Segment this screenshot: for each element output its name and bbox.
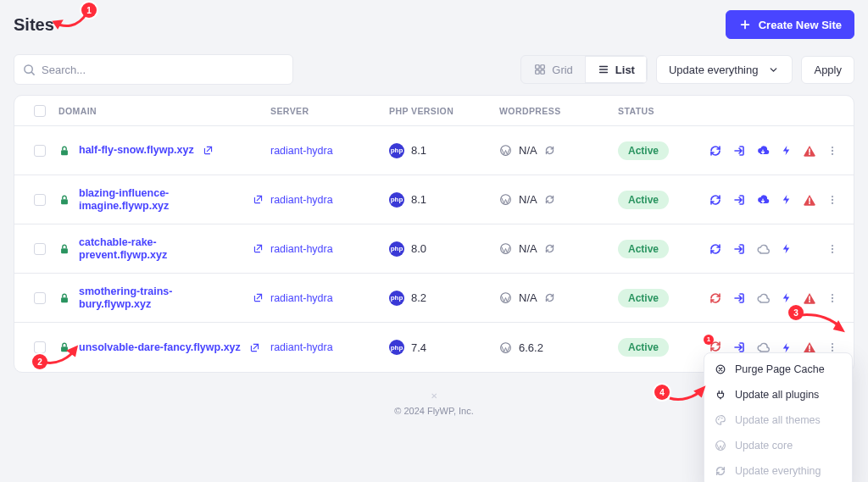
row-menu-button[interactable] — [826, 144, 838, 158]
php-badge-icon: php — [389, 143, 404, 158]
sync-icon[interactable] — [709, 193, 722, 207]
refresh-icon[interactable] — [544, 243, 555, 254]
server-link[interactable]: radiant-hydra — [270, 194, 333, 206]
lock-icon — [58, 243, 70, 255]
menu-item[interactable]: Purge Page Cache — [704, 357, 852, 382]
menu-item[interactable]: Update core — [704, 433, 852, 458]
php-version: 8.1 — [411, 144, 426, 157]
bolt-icon[interactable] — [780, 144, 793, 158]
update-scope-dropdown[interactable]: Update everything — [656, 55, 793, 84]
server-link[interactable]: radiant-hydra — [270, 243, 333, 255]
domain-link[interactable]: catchable-rake-prevent.flywp.xyz — [79, 236, 244, 261]
grid-icon — [533, 63, 547, 76]
apply-button[interactable]: Apply — [801, 56, 854, 84]
view-list-button[interactable]: List — [585, 56, 647, 83]
apply-label: Apply — [814, 64, 842, 76]
cache-cloud-icon[interactable] — [756, 291, 770, 305]
php-badge-icon: php — [389, 241, 404, 257]
wordpress-version: N/A — [519, 242, 537, 255]
cache-cloud-icon[interactable] — [756, 242, 770, 256]
cache-download-icon[interactable] — [756, 144, 770, 158]
server-link[interactable]: radiant-hydra — [270, 292, 333, 304]
external-link-icon[interactable] — [253, 194, 264, 205]
wordpress-icon — [499, 291, 512, 304]
server-link[interactable]: radiant-hydra — [270, 145, 333, 157]
warning-icon[interactable] — [803, 144, 816, 158]
external-link-icon[interactable] — [253, 292, 264, 303]
menu-item-label: Purge Page Cache — [735, 363, 825, 375]
sync-icon[interactable] — [709, 144, 722, 158]
row-checkbox[interactable] — [34, 292, 46, 304]
lock-icon — [58, 145, 70, 157]
sync-icon — [715, 465, 726, 477]
lock-icon — [58, 341, 70, 353]
row-checkbox[interactable] — [34, 341, 46, 353]
status-badge: Active — [618, 289, 669, 307]
row-checkbox[interactable] — [34, 145, 46, 157]
row-checkbox[interactable] — [34, 243, 46, 255]
login-icon[interactable] — [732, 291, 746, 305]
domain-link[interactable]: smothering-trains-bury.flywp.xyz — [79, 285, 244, 310]
wordpress-version: 6.6.2 — [519, 341, 543, 354]
external-link-icon[interactable] — [253, 243, 264, 254]
domain-link[interactable]: unsolvable-dare-fancy.flywp.xyz — [79, 341, 241, 353]
server-link[interactable]: radiant-hydra — [270, 341, 333, 353]
cache-download-icon[interactable] — [756, 193, 770, 207]
table-row: blazing-influence-imagine.flywp.xyz radi… — [14, 175, 854, 224]
warning-icon[interactable] — [803, 193, 816, 207]
menu-item[interactable]: Update all plugins — [704, 382, 852, 407]
col-server: SERVER — [270, 106, 389, 116]
row-checkbox[interactable] — [34, 194, 46, 206]
refresh-icon[interactable] — [544, 145, 555, 156]
sync-icon[interactable] — [709, 242, 722, 256]
search-icon — [22, 63, 36, 76]
create-site-button[interactable]: Create New Site — [726, 10, 854, 39]
refresh-icon[interactable] — [544, 292, 555, 303]
row-menu-button[interactable] — [826, 193, 838, 207]
refresh-icon[interactable] — [544, 194, 555, 205]
wordpress-version: N/A — [519, 291, 537, 304]
login-icon[interactable] — [732, 242, 746, 256]
row-menu-button[interactable] — [826, 291, 838, 305]
wordpress-icon — [715, 440, 726, 452]
view-grid-button[interactable]: Grid — [521, 56, 585, 83]
bolt-icon[interactable] — [780, 242, 793, 256]
footer-text: © 2024 FlyWP, Inc. — [394, 406, 474, 416]
php-badge-icon: php — [389, 340, 404, 355]
wordpress-icon — [499, 193, 512, 206]
palette-icon — [715, 414, 726, 426]
warning-icon[interactable] — [803, 291, 816, 305]
login-icon[interactable] — [732, 193, 746, 207]
col-domain: DOMAIN — [58, 106, 270, 116]
domain-link[interactable]: half-fly-snow.flywp.xyz — [79, 144, 194, 156]
row-menu-button[interactable] — [826, 242, 838, 256]
php-version: 8.1 — [411, 193, 426, 206]
status-badge: Active — [618, 191, 669, 209]
bolt-icon[interactable] — [780, 291, 793, 305]
domain-link[interactable]: blazing-influence-imagine.flywp.xyz — [79, 187, 244, 212]
x-circle-icon — [715, 363, 726, 375]
wordpress-version: N/A — [519, 144, 537, 157]
wordpress-icon — [499, 144, 512, 157]
plus-icon — [738, 18, 752, 31]
external-link-icon[interactable] — [203, 145, 214, 156]
login-icon[interactable] — [732, 144, 746, 158]
row-actions-menu: Purge Page Cache Update all plugins Upda… — [704, 352, 853, 482]
menu-item-label: Update core — [735, 440, 793, 452]
php-badge-icon: php — [389, 291, 404, 306]
menu-item[interactable]: Update everything — [704, 458, 852, 482]
bolt-icon[interactable] — [780, 193, 793, 207]
create-site-label: Create New Site — [759, 19, 842, 31]
php-badge-icon: php — [389, 192, 404, 208]
col-wordpress: WORDPRESS — [499, 106, 618, 116]
table-row: smothering-trains-bury.flywp.xyz radiant… — [14, 274, 854, 323]
search-input[interactable] — [14, 54, 293, 85]
lock-icon — [58, 292, 70, 304]
select-all-checkbox[interactable] — [34, 105, 46, 117]
menu-item[interactable]: Update all themes — [704, 407, 852, 433]
menu-item-label: Update all plugins — [735, 389, 819, 401]
php-version: 8.2 — [411, 291, 426, 304]
menu-item-label: Update everything — [735, 465, 821, 477]
external-link-icon[interactable] — [249, 342, 260, 353]
sync-icon[interactable] — [709, 291, 722, 305]
